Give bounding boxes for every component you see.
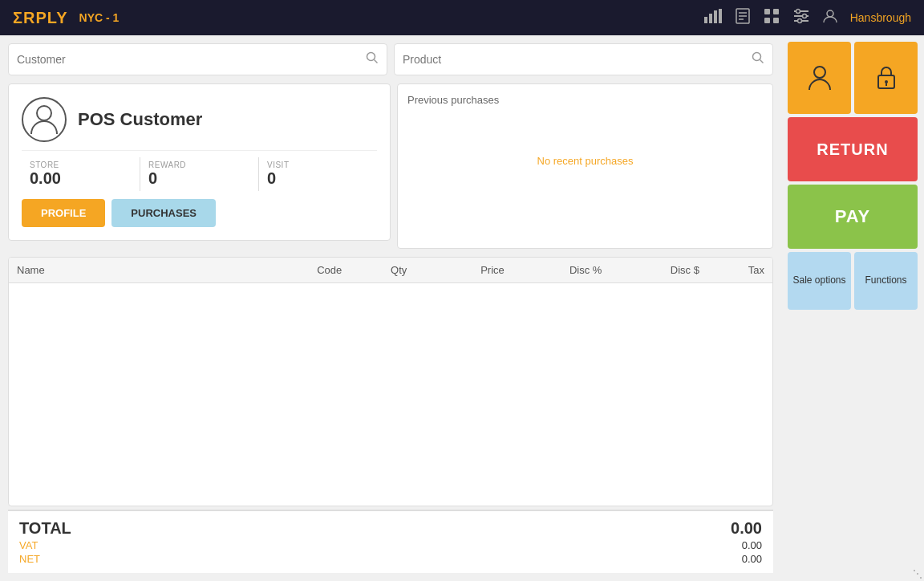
svg-rect-1: [709, 14, 712, 23]
sale-options-button[interactable]: Sale options: [788, 252, 851, 310]
product-search-input[interactable]: [403, 53, 752, 66]
search-row: [8, 43, 773, 75]
reward-stat-value: 0: [148, 169, 250, 188]
topnav: ΣRPLY NYC - 1: [0, 0, 924, 35]
reward-stat: REWARD 0: [140, 157, 259, 191]
vat-value: 0.00: [742, 539, 762, 551]
sidebar-bottom-row: Sale options Functions: [788, 252, 918, 310]
store-badge[interactable]: NYC - 1: [79, 11, 120, 24]
bar-chart-icon[interactable]: [704, 9, 722, 27]
product-search-icon[interactable]: [752, 51, 764, 67]
svg-point-21: [753, 53, 761, 61]
col-disc-dollar: Disc $: [602, 264, 699, 276]
svg-point-19: [367, 53, 375, 61]
customer-name: POS Customer: [78, 109, 202, 130]
vat-label: VAT: [19, 539, 38, 551]
user-name[interactable]: Hansbrough: [850, 11, 911, 24]
svg-rect-0: [704, 17, 707, 23]
col-code: Code: [212, 264, 342, 276]
col-tax: Tax: [699, 264, 764, 276]
svg-point-23: [37, 106, 51, 120]
grid-icon[interactable]: [764, 8, 780, 28]
table-header: Name Code Qty Price Disc % Disc $ Tax: [9, 258, 772, 283]
reward-stat-label: REWARD: [148, 160, 250, 169]
col-name: Name: [17, 264, 212, 276]
svg-rect-2: [714, 10, 717, 23]
store-stat-value: 0.00: [30, 169, 132, 188]
stats-row: STORE 0.00 REWARD 0 VISIT 0: [22, 150, 377, 191]
logo-sigma: Σ: [13, 9, 23, 26]
previous-purchases-label: Previous purchases: [407, 94, 763, 106]
net-label: NET: [19, 553, 40, 565]
svg-rect-9: [773, 9, 779, 14]
user-nav-icon[interactable]: [823, 9, 837, 27]
customer-search-input[interactable]: [17, 53, 366, 66]
col-price: Price: [407, 264, 505, 276]
logo[interactable]: ΣRPLY: [13, 9, 68, 27]
pay-button[interactable]: PAY: [788, 185, 918, 249]
product-search-box: [394, 43, 773, 75]
visit-stat-value: 0: [267, 169, 369, 188]
svg-rect-11: [773, 18, 779, 23]
svg-rect-3: [719, 9, 722, 23]
svg-line-20: [375, 60, 378, 63]
customer-search-icon[interactable]: [366, 51, 379, 67]
customer-panel: POS Customer STORE 0.00 REWARD 0 VISIT: [8, 83, 391, 241]
logo-text: RPLY: [23, 9, 68, 26]
svg-point-13: [796, 9, 800, 13]
receipt-icon[interactable]: [735, 8, 751, 28]
previous-purchases-panel: Previous purchases No recent purchases: [397, 83, 773, 249]
svg-line-22: [760, 60, 764, 63]
content-area: POS Customer STORE 0.00 REWARD 0 VISIT: [0, 35, 781, 581]
total-area: TOTAL 0.00 VAT 0.00 NET 0.00: [8, 510, 773, 573]
store-stat: STORE 0.00: [22, 157, 140, 191]
svg-point-17: [797, 18, 801, 22]
lock-button[interactable]: [854, 42, 918, 114]
main-layout: POS Customer STORE 0.00 REWARD 0 VISIT: [0, 35, 924, 581]
svg-point-18: [827, 10, 833, 17]
resize-handle[interactable]: ⋱: [913, 568, 922, 579]
svg-rect-8: [764, 9, 770, 14]
net-row: NET 0.00: [19, 553, 762, 565]
total-value: 0.00: [731, 519, 762, 538]
total-label: TOTAL: [19, 519, 71, 538]
net-value: 0.00: [742, 553, 762, 565]
svg-point-24: [814, 67, 825, 78]
svg-rect-10: [764, 18, 770, 23]
customer-button[interactable]: [788, 42, 851, 114]
table-area: Name Code Qty Price Disc % Disc $ Tax: [8, 257, 773, 506]
visit-stat-label: VISIT: [267, 160, 369, 169]
sidebar-top-row: [788, 42, 918, 114]
vat-row: VAT 0.00: [19, 539, 762, 551]
right-sidebar: RETURN PAY Sale options Functions: [781, 35, 924, 581]
customer-search-box: [8, 43, 387, 75]
action-buttons: PROFILE PURCHASES: [22, 199, 377, 227]
col-qty: Qty: [342, 264, 407, 276]
no-recent-purchases: No recent purchases: [407, 112, 763, 209]
return-button[interactable]: RETURN: [788, 117, 918, 181]
customer-avatar: [22, 97, 67, 142]
visit-stat: VISIT 0: [259, 157, 377, 191]
store-stat-label: STORE: [30, 160, 132, 169]
svg-point-15: [802, 14, 806, 18]
purchases-button[interactable]: PURCHASES: [111, 199, 216, 227]
col-disc-pct: Disc %: [505, 264, 602, 276]
functions-button[interactable]: Functions: [854, 252, 918, 310]
settings-icon[interactable]: [792, 8, 810, 28]
profile-button[interactable]: PROFILE: [22, 199, 105, 227]
total-row: TOTAL 0.00: [19, 519, 762, 538]
svg-point-26: [885, 80, 888, 83]
